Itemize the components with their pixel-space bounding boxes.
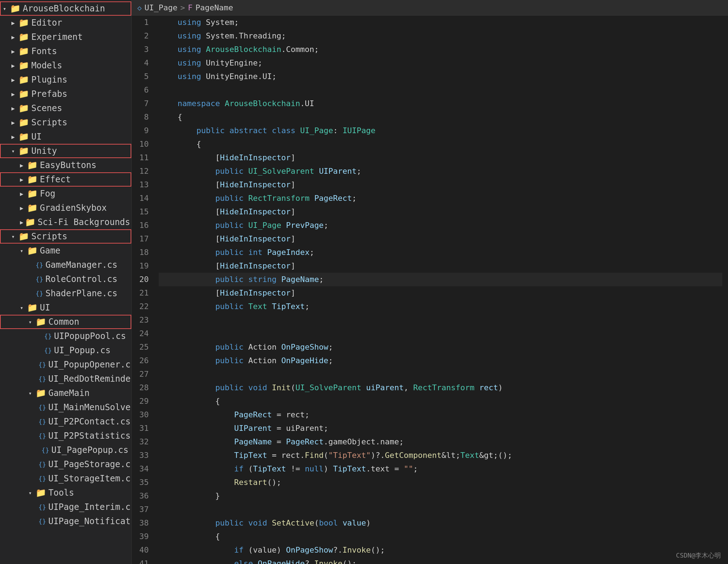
folder-icon: 📁: [19, 103, 29, 113]
breadcrumb-page: UI_Page: [144, 3, 178, 12]
sidebar-item-Scenes[interactable]: ▶📁Scenes: [0, 101, 131, 115]
sidebar-item-UI_PageStorage[interactable]: {}UI_PageStorage.cs: [0, 457, 131, 471]
code-line: [HideInInspector]: [159, 151, 722, 164]
sidebar-item-Scripts[interactable]: ▶📁Scripts: [0, 115, 131, 130]
sidebar-label: Fog: [40, 189, 55, 199]
line-number: 32: [132, 435, 149, 449]
sidebar-item-Fonts[interactable]: ▶📁Fonts: [0, 44, 131, 58]
sidebar-item-Game[interactable]: ▾📁Game: [0, 244, 131, 258]
sidebar-item-UI_MainMenuSolve[interactable]: {}UI_MainMenuSolve.cs: [0, 400, 131, 414]
cs-file-icon: {}: [38, 461, 46, 468]
folder-icon: 📁: [36, 488, 46, 498]
code-line: [HideInInspector]: [159, 178, 722, 192]
breadcrumb: ◇ UI_Page > F PageName: [132, 0, 728, 16]
code-text[interactable]: using System; using System.Threading; us…: [153, 16, 728, 564]
sidebar-item-UI_PagePopup[interactable]: {}UI_PagePopup.cs: [0, 443, 131, 457]
code-line: public Action OnPageHide;: [159, 354, 722, 367]
chevron-icon: ▶: [20, 162, 26, 169]
chevron-icon: ▶: [11, 77, 17, 83]
cs-file-icon: {}: [38, 404, 46, 411]
chevron-icon: ▶: [20, 190, 26, 197]
sidebar-item-UI_RedDotReminderPart[interactable]: {}UI_RedDotReminderPart.cs: [0, 372, 131, 386]
code-line: {: [159, 530, 722, 543]
file-explorer[interactable]: ▾📁ArouseBlockchain▶📁Editor▶📁Experiment▶📁…: [0, 0, 132, 564]
sidebar-item-EasyButtons[interactable]: ▶📁EasyButtons: [0, 158, 131, 172]
line-number: 36: [132, 489, 149, 503]
sidebar-item-Fog[interactable]: ▶📁Fog: [0, 187, 131, 201]
sidebar-label: UI: [40, 303, 50, 313]
sidebar-item-Prefabs[interactable]: ▶📁Prefabs: [0, 87, 131, 101]
sidebar-item-Effect[interactable]: ▶📁Effect: [0, 172, 131, 187]
code-content-area[interactable]: 1234567891011121314151617181920212223242…: [132, 16, 728, 564]
line-number: 30: [132, 408, 149, 422]
line-number: 26: [132, 354, 149, 367]
sidebar-item-GameManager[interactable]: {}GameManager.cs: [0, 258, 131, 272]
sidebar-item-Scripts2[interactable]: ▾📁Scripts: [0, 229, 131, 244]
line-number: 31: [132, 422, 149, 435]
sidebar-item-Plugins[interactable]: ▶📁Plugins: [0, 73, 131, 87]
code-line: public abstract class UI_Page: IUIPage: [159, 124, 722, 137]
code-line: {: [159, 137, 722, 151]
code-line: public void SetActive(bool value): [159, 516, 722, 530]
folder-icon: 📁: [19, 118, 29, 127]
line-number: 16: [132, 219, 149, 232]
line-number: 33: [132, 449, 149, 462]
sidebar-item-GradienSkybox[interactable]: ▶📁GradienSkybox: [0, 201, 131, 215]
sidebar-label: UI_Popup.cs: [54, 345, 111, 355]
code-line: [159, 83, 722, 97]
sidebar-label: Prefabs: [31, 89, 67, 99]
sidebar-item-UI[interactable]: ▶📁UI: [0, 130, 131, 144]
sidebar-item-GameMain[interactable]: ▾📁GameMain: [0, 386, 131, 400]
line-number: 22: [132, 300, 149, 313]
breadcrumb-separator: >: [180, 3, 185, 12]
sidebar-item-UI2[interactable]: ▾📁UI: [0, 301, 131, 315]
line-number: 4: [132, 56, 149, 70]
sidebar-item-Models[interactable]: ▶📁Models: [0, 58, 131, 73]
code-line: TipText = rect.Find("TipText")?.GetCompo…: [159, 449, 722, 462]
code-line: public string PageName;: [159, 273, 722, 286]
chevron-icon: ▶: [20, 219, 23, 226]
sidebar-item-UI_StorageItem[interactable]: {}UI_StorageItem.cs: [0, 471, 131, 486]
line-number: 37: [132, 503, 149, 516]
line-number: 29: [132, 395, 149, 408]
code-line: if (value) OnPageShow?.Invoke();: [159, 543, 722, 557]
line-number: 34: [132, 462, 149, 476]
folder-icon: 📁: [19, 231, 29, 241]
cs-file-icon: {}: [38, 375, 46, 383]
code-line: Restart();: [159, 476, 722, 489]
line-number: 35: [132, 476, 149, 489]
sidebar-label: ShaderPlane.cs: [46, 288, 117, 298]
line-number: 23: [132, 313, 149, 327]
sidebar-item-SciFiBackgrounds[interactable]: ▶📁Sci-Fi Backgrounds: [0, 215, 131, 229]
sidebar-item-UI_Popup[interactable]: {}UI_Popup.cs: [0, 343, 131, 357]
sidebar-label: Editor: [31, 18, 62, 28]
line-number: 28: [132, 381, 149, 395]
sidebar-item-ShaderPlane[interactable]: {}ShaderPlane.cs: [0, 286, 131, 301]
sidebar-item-UI_PopupOpener[interactable]: {}UI_PopupOpener.cs: [0, 357, 131, 372]
sidebar-item-UIPage_Notification[interactable]: {}UIPage_Notification.cs: [0, 514, 131, 528]
code-line: public Action OnPageShow;: [159, 340, 722, 354]
sidebar-item-UIPage_Interim[interactable]: {}UIPage_Interim.cs: [0, 500, 131, 514]
sidebar-label: EasyButtons: [40, 160, 96, 170]
sidebar-label: Fonts: [31, 46, 57, 56]
sidebar-item-Unity[interactable]: ▾📁Unity: [0, 144, 131, 158]
sidebar-label: UIPopupPool.cs: [54, 331, 126, 341]
sidebar-item-ArouseBlockchain[interactable]: ▾📁ArouseBlockchain: [0, 1, 131, 16]
chevron-icon: ▾: [20, 304, 26, 311]
sidebar-item-UI_P2PStatistics[interactable]: {}UI_P2PStatistics.cs: [0, 429, 131, 443]
sidebar-item-RoleControl[interactable]: {}RoleControl.cs: [0, 272, 131, 286]
chevron-icon: ▶: [11, 62, 17, 69]
sidebar-item-UI_P2PContact[interactable]: {}UI_P2PContact.cs: [0, 414, 131, 429]
code-line: if (TipText != null) TipText.text = "";: [159, 462, 722, 476]
sidebar-label: Common: [48, 317, 79, 327]
sidebar-label: GradienSkybox: [40, 203, 107, 213]
sidebar-item-Editor[interactable]: ▶📁Editor: [0, 16, 131, 30]
sidebar-item-UIPopupPool[interactable]: {}UIPopupPool.cs: [0, 329, 131, 343]
sidebar-label: Scenes: [31, 103, 62, 113]
sidebar-item-Tools[interactable]: ▾📁Tools: [0, 486, 131, 500]
code-line: [HideInInspector]: [159, 259, 722, 273]
chevron-icon: ▶: [11, 134, 17, 140]
sidebar-item-Common[interactable]: ▾📁Common: [0, 315, 131, 329]
line-number: 27: [132, 367, 149, 381]
sidebar-item-Experiment[interactable]: ▶📁Experiment: [0, 30, 131, 44]
